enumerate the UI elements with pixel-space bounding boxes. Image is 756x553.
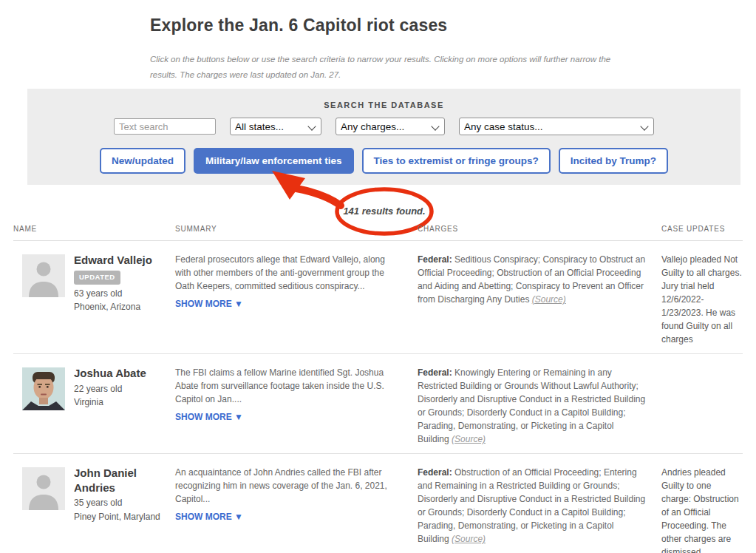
person-age: 35 years old xyxy=(74,496,160,510)
person-name: Edward Vallejo xyxy=(74,253,152,268)
charges-text: Knowingly Entering or Remaining in any R… xyxy=(418,367,645,444)
summary-cell: An acquaintance of John Andries called t… xyxy=(175,466,403,553)
person-age: 63 years old xyxy=(74,287,152,301)
page-title: Explore the Jan. 6 Capitol riot cases xyxy=(150,16,447,35)
summary-cell: Federal prosecutors allege that Edward V… xyxy=(175,253,403,346)
show-more-link[interactable]: SHOW MORE ▼ xyxy=(175,410,243,424)
show-more-link[interactable]: SHOW MORE ▼ xyxy=(175,297,243,311)
summary-text: An acquaintance of John Andries called t… xyxy=(175,467,387,504)
source-link[interactable]: (Source) xyxy=(532,294,566,305)
case-status-select-wrap: Any case status... xyxy=(459,118,654,135)
charges-jurisdiction-label: Federal: xyxy=(418,467,452,478)
charges-text: Obstruction of an Official Proceeding; E… xyxy=(418,467,645,544)
column-header-charges: CHARGES xyxy=(418,225,647,233)
charges-jurisdiction-label: Federal: xyxy=(418,254,452,265)
avatar-placeholder-icon xyxy=(22,254,65,297)
person-age: 22 years old xyxy=(74,382,146,396)
case-updates-cell: Andries pleaded Guilty to one charge: Ob… xyxy=(661,466,743,553)
summary-cell: The FBI claims a fellow Marine identifie… xyxy=(175,366,403,446)
charges-select-wrap: Any charges... xyxy=(336,118,445,135)
annotation-arrow-shaft xyxy=(296,189,341,206)
column-header-case-updates: CASE UPDATES xyxy=(661,225,743,233)
person-info: John Daniel Andries 35 years old Piney P… xyxy=(74,466,160,523)
state-select-wrap: All states... xyxy=(230,118,321,135)
table-row: Joshua Abate 22 years old Virginia The F… xyxy=(13,354,743,454)
charges-select[interactable]: Any charges... xyxy=(336,118,445,135)
case-status-select[interactable]: Any case status... xyxy=(459,118,654,135)
name-cell: John Daniel Andries 35 years old Piney P… xyxy=(13,466,160,553)
column-header-summary: SUMMARY xyxy=(175,225,403,233)
table-header-row: NAME SUMMARY CHARGES CASE UPDATES xyxy=(13,218,743,241)
column-header-name: NAME xyxy=(13,225,160,233)
case-updates-cell xyxy=(661,366,743,446)
person-location: Virginia xyxy=(74,396,146,410)
name-cell: Edward Vallejo UPDATED 63 years old Phoe… xyxy=(13,253,160,346)
state-select[interactable]: All states... xyxy=(230,118,321,135)
person-name: John Daniel Andries xyxy=(74,466,160,495)
filter-new-updated-button[interactable]: New/updated xyxy=(100,148,185,174)
summary-text: Federal prosecutors allege that Edward V… xyxy=(175,254,385,291)
summary-text: The FBI claims a fellow Marine identifie… xyxy=(175,367,384,404)
avatar-placeholder-icon xyxy=(22,467,65,510)
person-location: Piney Point, Maryland xyxy=(74,510,160,524)
table-row: John Daniel Andries 35 years old Piney P… xyxy=(13,454,743,553)
charges-cell: Federal: Knowingly Entering or Remaining… xyxy=(418,366,647,446)
search-panel-heading: SEARCH THE DATABASE xyxy=(27,101,740,109)
updated-badge: UPDATED xyxy=(74,271,120,285)
charges-jurisdiction-label: Federal: xyxy=(418,367,452,378)
person-photo xyxy=(22,367,65,410)
name-cell: Joshua Abate 22 years old Virginia xyxy=(13,366,160,446)
person-location: Phoenix, Arizona xyxy=(74,300,152,314)
results-count-note: 141 results found. xyxy=(333,206,436,217)
person-name: Joshua Abate xyxy=(74,366,146,381)
search-controls: All states... Any charges... Any case st… xyxy=(27,118,740,135)
instructions-text: Click on the buttons below or use the se… xyxy=(150,52,612,84)
source-link[interactable]: (Source) xyxy=(452,534,486,544)
results-table: NAME SUMMARY CHARGES CASE UPDATES Edward… xyxy=(13,218,743,553)
source-link[interactable]: (Source) xyxy=(452,434,486,444)
charges-cell: Federal: Obstruction of an Official Proc… xyxy=(418,466,647,553)
person-info: Joshua Abate 22 years old Virginia xyxy=(74,366,146,410)
case-updates-cell: Vallejo pleaded Not Guilty to all charge… xyxy=(661,253,743,346)
show-more-link[interactable]: SHOW MORE ▼ xyxy=(175,510,243,523)
charges-cell: Federal: Seditious Conspiracy; Conspirac… xyxy=(418,253,647,346)
annotation-arrowhead xyxy=(272,171,305,200)
text-search-input[interactable] xyxy=(114,118,216,135)
table-row: Edward Vallejo UPDATED 63 years old Phoe… xyxy=(13,241,743,354)
person-info: Edward Vallejo UPDATED 63 years old Phoe… xyxy=(74,253,152,314)
filter-incited-by-trump-button[interactable]: Incited by Trump? xyxy=(559,148,668,174)
